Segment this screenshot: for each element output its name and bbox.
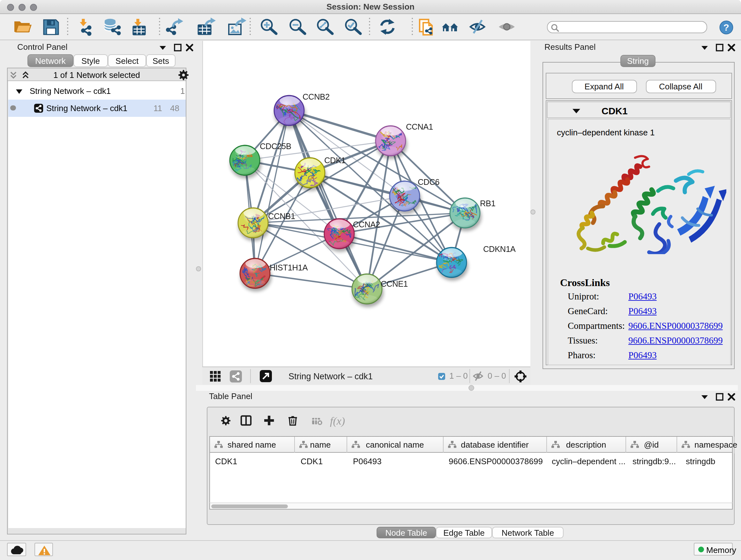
svg-text:HIST1H1A: HIST1H1A bbox=[269, 263, 308, 272]
svg-text:?: ? bbox=[724, 22, 729, 33]
svg-text:CCNA2: CCNA2 bbox=[353, 220, 380, 229]
svg-text:CDK1: CDK1 bbox=[324, 155, 345, 165]
svg-text:CCNA1: CCNA1 bbox=[406, 122, 433, 131]
svg-text:0 – 0: 0 – 0 bbox=[487, 371, 506, 380]
svg-text:1 – 0: 1 – 0 bbox=[449, 371, 468, 380]
svg-text:CCNB2: CCNB2 bbox=[302, 92, 329, 101]
svg-text:CDC25B: CDC25B bbox=[259, 141, 291, 150]
svg-text:CCNE1: CCNE1 bbox=[381, 279, 408, 288]
svg-text:CDKN1A: CDKN1A bbox=[483, 244, 516, 253]
svg-text:f(x): f(x) bbox=[330, 415, 345, 427]
svg-text:String Network – cdk1: String Network – cdk1 bbox=[288, 371, 373, 381]
svg-text:CCNB1: CCNB1 bbox=[268, 211, 295, 220]
svg-text:CDC6: CDC6 bbox=[417, 177, 439, 186]
svg-text:RB1: RB1 bbox=[480, 199, 495, 207]
